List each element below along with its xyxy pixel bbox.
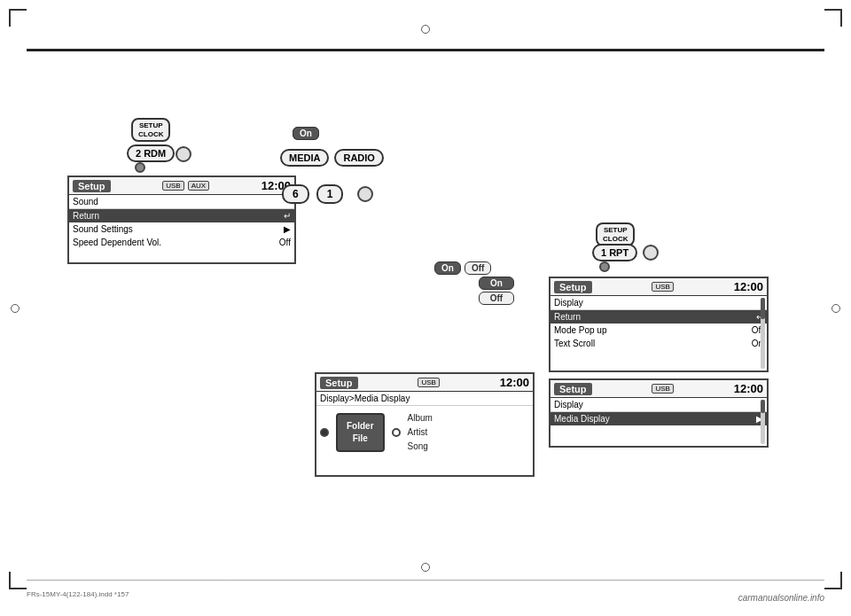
- display-screen2-title: Setup: [554, 383, 592, 395]
- top-divider: [27, 49, 824, 51]
- sound-menu-speed[interactable]: Speed Dependent Vol. Off: [69, 236, 294, 249]
- media-display-screen: Setup USB 12:00 Display>Media Display Fo…: [315, 372, 535, 477]
- sound-screen: Setup USB AUX 12:00 Sound Return ↵ Sound…: [67, 175, 296, 264]
- num6-btn[interactable]: 6: [282, 184, 309, 204]
- display-screen1-usb: USB: [652, 282, 673, 292]
- media-display-breadcrumb: Display>Media Display: [316, 392, 533, 406]
- left-center-dot: [11, 304, 20, 313]
- rpt-btn[interactable]: 1 RPT: [592, 244, 637, 261]
- corner-tl: [9, 9, 27, 27]
- album-radio[interactable]: [392, 428, 401, 437]
- rdm-btn[interactable]: 2 RDM: [127, 144, 175, 162]
- setup-clock-btn1[interactable]: SETUPCLOCK: [131, 118, 170, 142]
- folder-file-radio[interactable]: [320, 428, 329, 437]
- sound-screen-title: Setup: [73, 180, 111, 192]
- off-btn-stack[interactable]: Off: [479, 292, 514, 305]
- media-display-usb: USB: [418, 378, 439, 387]
- display-screen2-subtitle: Display: [550, 398, 767, 412]
- num1-btn-left[interactable]: 1: [316, 184, 344, 204]
- folder-file-btn[interactable]: FolderFile: [336, 413, 385, 452]
- radio-btn[interactable]: RADIO: [334, 149, 383, 167]
- display-screen1-title: Setup: [554, 281, 592, 293]
- album-artist-song: Album Artist Song: [408, 411, 433, 454]
- footer-logo: carmanualsonline.info: [738, 593, 824, 603]
- media-btn[interactable]: MEDIA: [280, 149, 329, 167]
- display-screen1-scrollbar-thumb: [761, 298, 765, 319]
- display-screen1-scrollbar: [761, 298, 765, 369]
- media-display-time: 12:00: [500, 376, 529, 389]
- corner-tr: [824, 9, 842, 27]
- display-screen2: Setup USB 12:00 Display Media Display ▶: [549, 378, 769, 448]
- rdm-small-dot: [135, 162, 145, 173]
- display-menu-return[interactable]: Return ↵: [550, 310, 767, 324]
- display-screen2-scrollbar: [761, 400, 765, 444]
- display-screen2-scrollbar-thumb: [761, 400, 765, 413]
- media-display-title: Setup: [320, 377, 358, 389]
- rdm-radio-circle[interactable]: [176, 146, 191, 162]
- display-screen1-time: 12:00: [734, 280, 763, 293]
- footer-file-ref: FRs-15MY-4(122-184).indd *157: [27, 590, 129, 598]
- display-menu-scroll[interactable]: Text Scroll On: [550, 337, 767, 350]
- display-screen2-usb: USB: [652, 384, 673, 394]
- bottom-center-dot: [421, 563, 430, 572]
- corner-br: [824, 572, 842, 589]
- on-btn-stack[interactable]: On: [479, 277, 514, 290]
- rpt-small-dot: [599, 261, 610, 272]
- display-screen2-time: 12:00: [734, 382, 763, 395]
- right-center-dot: [831, 304, 840, 313]
- sound-aux-badge: AUX: [188, 181, 209, 191]
- media-display-options: FolderFile Album Artist Song: [316, 406, 533, 459]
- display-screen1: Setup USB 12:00 Display Return ↵ Mode Po…: [549, 277, 769, 372]
- display-screen1-subtitle: Display: [550, 296, 767, 310]
- sound-screen-subtitle: Sound: [69, 195, 294, 209]
- corner-bl: [9, 572, 27, 589]
- display-menu-popup[interactable]: Mode Pop up Off: [550, 324, 767, 337]
- on-btn-middle[interactable]: On: [434, 261, 461, 275]
- rpt-radio-circle[interactable]: [643, 245, 659, 261]
- display-menu-media-display[interactable]: Media Display ▶: [550, 412, 767, 425]
- bottom-divider: [27, 580, 824, 581]
- sound-menu-return[interactable]: Return ↵: [69, 209, 294, 222]
- on-btn-top[interactable]: On: [293, 127, 319, 140]
- sound-usb-badge: USB: [162, 181, 183, 191]
- sound-menu-settings[interactable]: Sound Settings ▶: [69, 222, 294, 236]
- off-btn-middle[interactable]: Off: [465, 261, 491, 275]
- center-circle[interactable]: [357, 186, 373, 202]
- top-center-dot: [421, 25, 430, 34]
